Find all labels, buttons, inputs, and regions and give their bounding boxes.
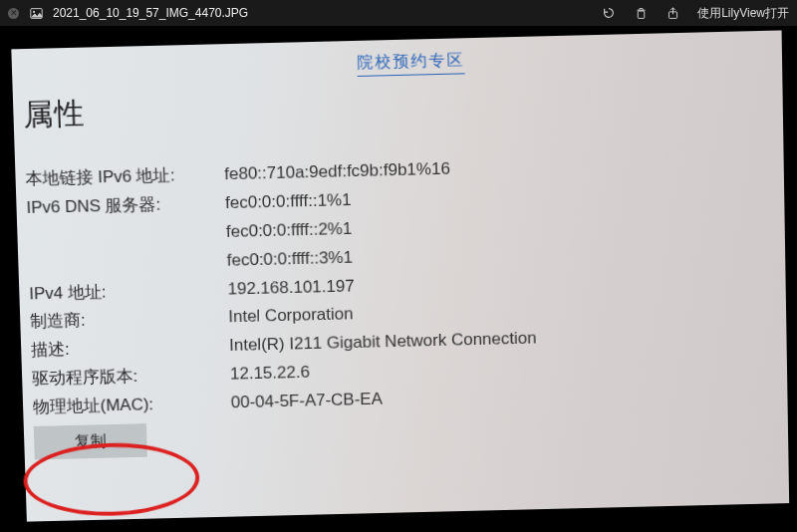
property-label: IPv6 DNS 服务器: bbox=[26, 189, 225, 223]
open-with-label[interactable]: 使用LilyView打开 bbox=[697, 5, 789, 22]
property-value: fec0:0:0:ffff::1%1 fec0:0:0:ffff::2%1 fe… bbox=[225, 186, 354, 275]
property-label: 物理地址(MAC): bbox=[33, 390, 232, 422]
titlebar: ✕ 2021_06_10_19_57_IMG_4470.JPG 使用LilyVi… bbox=[0, 0, 797, 26]
trash-icon[interactable] bbox=[634, 6, 648, 20]
image-viewport: 院校预约专区 属性 本地链接 IPv6 地址: fe80::710a:9edf:… bbox=[0, 26, 797, 532]
property-value: 00-04-5F-A7-CB-EA bbox=[230, 386, 383, 417]
image-icon bbox=[29, 6, 43, 20]
share-icon[interactable] bbox=[665, 6, 679, 20]
svg-rect-2 bbox=[638, 11, 645, 18]
properties-panel: 属性 本地链接 IPv6 地址: fe80::710a:9edf:fc9b:f9… bbox=[23, 77, 763, 459]
close-icon[interactable]: ✕ bbox=[8, 8, 19, 19]
rotate-icon[interactable] bbox=[602, 6, 616, 20]
svg-point-1 bbox=[33, 10, 35, 12]
property-value: 12.15.22.6 bbox=[230, 359, 311, 389]
photo-content: 院校预约专区 属性 本地链接 IPv6 地址: fe80::710a:9edf:… bbox=[0, 16, 797, 532]
property-value: Intel Corporation bbox=[228, 301, 354, 333]
partial-link-fragment: 院校预约专区 bbox=[357, 50, 465, 77]
property-value: fe80::710a:9edf:fc9b:f9b1%16 bbox=[224, 155, 450, 189]
copy-button[interactable]: 复制 bbox=[34, 423, 147, 459]
window-title: 2021_06_10_19_57_IMG_4470.JPG bbox=[53, 6, 248, 20]
property-value: 192.168.101.197 bbox=[227, 272, 355, 304]
page-title: 属性 bbox=[23, 77, 757, 135]
